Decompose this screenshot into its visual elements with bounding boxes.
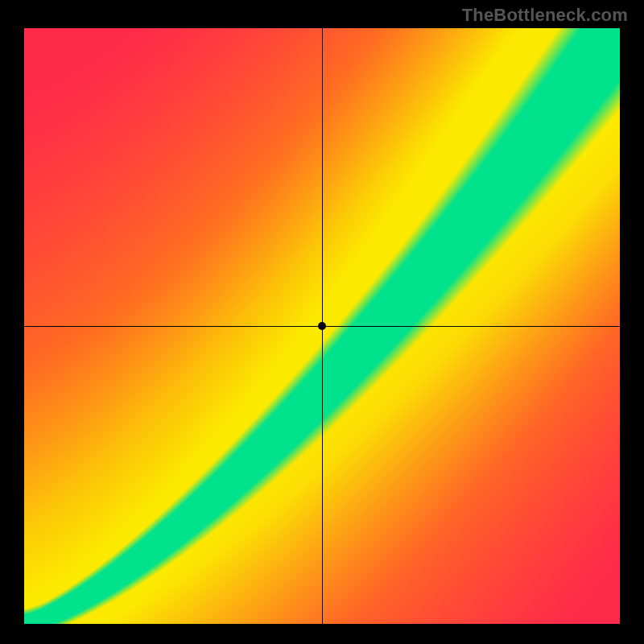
- watermark-text: TheBottleneck.com: [462, 5, 628, 26]
- heatmap-plot: [24, 28, 620, 624]
- center-marker-dot: [318, 322, 326, 330]
- chart-frame: TheBottleneck.com: [0, 0, 644, 644]
